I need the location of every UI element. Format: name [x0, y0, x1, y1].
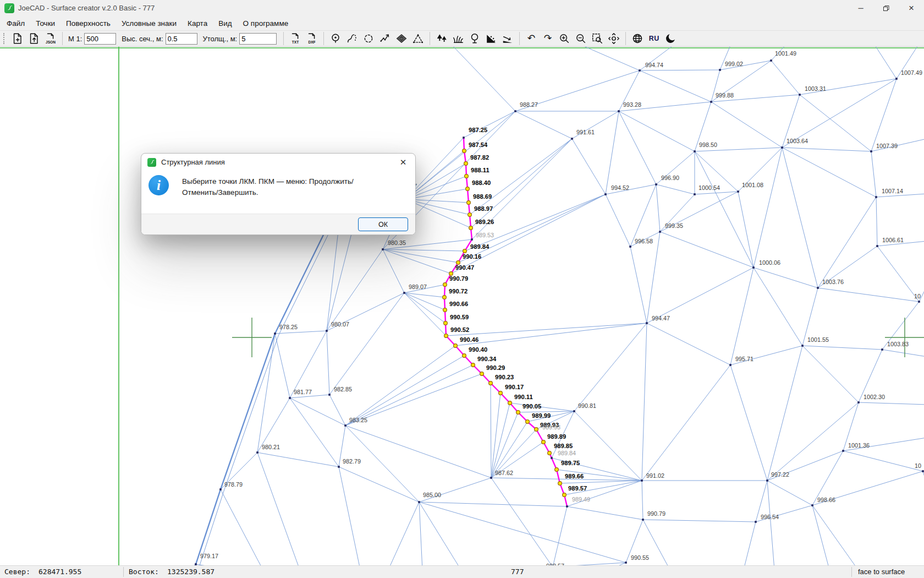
structural-point — [471, 363, 475, 367]
redo-icon[interactable]: ↷ — [541, 31, 555, 46]
drawing-canvas[interactable]: 987.25987.54987.82988.11988.40988.69988.… — [0, 47, 924, 565]
file-import-icon[interactable] — [27, 31, 41, 46]
polyline-nodes-icon[interactable] — [378, 31, 392, 46]
toolbar-grip[interactable] — [3, 33, 7, 44]
structural-point — [526, 420, 530, 424]
structural-point — [463, 354, 466, 358]
close-button[interactable]: × — [899, 0, 924, 16]
elevation-label: 990.72 — [449, 288, 468, 295]
mesh-node — [801, 345, 804, 347]
dialog-message: Выберите точки ЛКМ. ПКМ — меню: Продолжи… — [182, 175, 354, 198]
mesh-node — [752, 266, 755, 269]
elevation-label: 998.50 — [699, 141, 717, 148]
tree-icon[interactable] — [468, 31, 482, 46]
contour-interval-field[interactable] — [166, 33, 197, 45]
structural-point — [489, 381, 493, 385]
file-add-icon[interactable] — [10, 31, 25, 46]
structural-point — [443, 308, 447, 312]
export-txt-icon[interactable]: TXT — [288, 31, 302, 46]
structural-point — [463, 249, 467, 253]
elevation-label: 1002.30 — [864, 394, 885, 400]
dialog-footer: ОК — [141, 214, 415, 235]
elevation-label: 995.71 — [735, 356, 754, 362]
slope-arrow-icon[interactable] — [501, 31, 515, 46]
ok-button[interactable]: ОК — [358, 217, 408, 231]
surface-mesh-icon[interactable] — [394, 31, 409, 46]
elevation-label: 990.52 — [450, 326, 469, 333]
lang-ru-button[interactable]: RU — [647, 31, 661, 46]
mesh-node — [344, 424, 346, 427]
contour-interval-field-label: Выс. сеч., м: — [122, 35, 163, 43]
menu-item-3[interactable]: Поверхность — [61, 17, 116, 30]
elevation-label: 989.49 — [572, 496, 590, 503]
mesh-node — [573, 410, 575, 412]
menu-item-2[interactable]: Точки — [30, 17, 61, 30]
dialog-title: Структурная линия — [161, 158, 225, 166]
grass-icon[interactable] — [451, 31, 465, 46]
status-divider — [123, 567, 124, 577]
elevation-label: 978.79 — [224, 481, 243, 488]
circle-dashed-icon[interactable] — [361, 31, 376, 46]
elevation-label: 990.46 — [460, 336, 479, 343]
undo-icon[interactable]: ↶ — [524, 31, 538, 46]
selected-structural-nodes[interactable] — [443, 149, 566, 497]
menu-item-6[interactable]: Вид — [213, 17, 237, 30]
triangle-points-icon[interactable] — [411, 31, 425, 46]
mesh-node — [781, 146, 783, 149]
elevation-label: 990.66 — [449, 301, 468, 307]
minimize-button[interactable]: ─ — [848, 0, 873, 16]
structural-point — [466, 187, 470, 191]
mesh-node — [490, 477, 492, 479]
elevation-label: 982.79 — [343, 458, 361, 465]
elevation-label: 981.77 — [294, 389, 312, 395]
elevation-label: 982.85 — [334, 386, 352, 392]
export-dxf-icon[interactable]: DXF — [305, 31, 319, 46]
elevation-label: 989.99 — [532, 412, 551, 419]
elevation-label: 983.25 — [349, 417, 367, 423]
tin-surface-svg[interactable]: 987.25987.54987.82988.11988.40988.69988.… — [0, 47, 924, 565]
elevation-label: 990.81 — [578, 402, 596, 409]
mesh-node — [514, 110, 516, 112]
pan-icon[interactable] — [607, 31, 621, 46]
mesh-node — [895, 78, 898, 80]
slope-scree-icon[interactable] — [484, 31, 498, 46]
structural-point — [454, 344, 458, 348]
structural-point — [563, 493, 566, 497]
elevation-label: 988.69 — [473, 193, 492, 200]
globe-icon[interactable] — [630, 31, 645, 46]
menu-item-7[interactable]: О программе — [238, 17, 294, 30]
mesh-node — [256, 451, 258, 454]
dialog-close-icon[interactable]: ✕ — [396, 156, 410, 169]
elevation-label: 989.75 — [561, 460, 580, 466]
elevation-label: 991.02 — [646, 472, 664, 479]
zoom-in-icon[interactable] — [557, 31, 571, 46]
elevation-label: 990.05 — [522, 403, 541, 410]
structural-point — [558, 482, 562, 486]
elevation-label: 990.40 — [469, 346, 487, 353]
svg-text:↷: ↷ — [544, 32, 552, 43]
elevation-label: 998.66 — [817, 497, 835, 503]
file-json-icon[interactable]: JSON — [43, 31, 58, 46]
menu-item-5[interactable]: Карта — [182, 17, 213, 30]
structural-point — [535, 428, 538, 432]
zoom-window-icon[interactable] — [590, 31, 604, 46]
mesh-node — [326, 330, 328, 332]
mode-indicator: face to surface — [858, 568, 905, 576]
point-pin-icon[interactable] — [328, 31, 343, 46]
elevation-label: 996.58 — [635, 238, 653, 244]
dialog-title-bar[interactable]: Структурная линия ✕ — [141, 154, 415, 171]
spline-points-icon[interactable] — [345, 31, 359, 46]
elevation-label: 980.21 — [262, 444, 280, 450]
scale-field[interactable] — [84, 33, 116, 45]
forest-icon[interactable] — [435, 31, 449, 46]
elevation-label: 999.88 — [716, 92, 734, 99]
mesh-node — [418, 501, 420, 503]
menu-item-4[interactable]: Условные знаки — [116, 17, 182, 30]
elevation-label: 994.52 — [611, 184, 629, 191]
zoom-out-icon[interactable] — [574, 31, 588, 46]
mesh-node — [289, 397, 291, 399]
dark-mode-icon[interactable] — [663, 31, 678, 46]
thickening-field[interactable] — [239, 33, 277, 45]
maximize-button[interactable] — [873, 0, 899, 16]
menu-item-1[interactable]: Файл — [1, 17, 30, 30]
